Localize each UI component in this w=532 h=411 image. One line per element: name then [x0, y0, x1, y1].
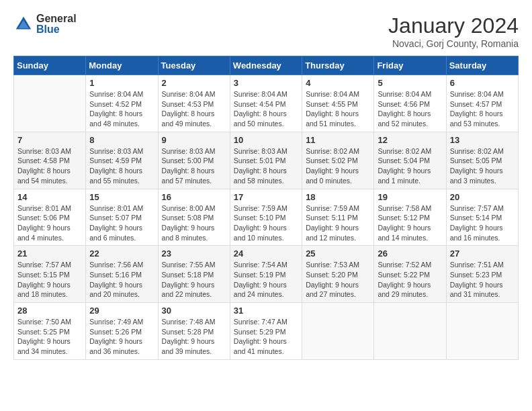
- day-number: 16: [162, 192, 226, 202]
- day-number: 30: [162, 306, 226, 316]
- calendar-cell: 26Sunrise: 7:52 AMSunset: 5:22 PMDayligh…: [374, 246, 446, 303]
- calendar-cell: [14, 75, 86, 132]
- weekday-header-saturday: Saturday: [446, 56, 518, 75]
- day-info: Sunrise: 7:52 AMSunset: 5:22 PMDaylight:…: [378, 260, 442, 300]
- title-block: January 2024 Novaci, Gorj County, Romani…: [388, 13, 519, 49]
- calendar-cell: [446, 303, 518, 360]
- day-number: 24: [234, 248, 298, 259]
- weekday-header-sunday: Sunday: [14, 56, 86, 75]
- calendar-cell: 15Sunrise: 8:01 AMSunset: 5:07 PMDayligh…: [86, 189, 158, 246]
- calendar-week-row: 28Sunrise: 7:50 AMSunset: 5:25 PMDayligh…: [14, 303, 519, 360]
- day-number: 14: [17, 192, 82, 202]
- day-info: Sunrise: 8:04 AMSunset: 4:57 PMDaylight:…: [450, 89, 515, 129]
- calendar-cell: 17Sunrise: 7:59 AMSunset: 5:10 PMDayligh…: [230, 189, 302, 246]
- day-info: Sunrise: 8:02 AMSunset: 5:02 PMDaylight:…: [306, 146, 370, 186]
- calendar-cell: 10Sunrise: 8:03 AMSunset: 5:01 PMDayligh…: [230, 132, 302, 189]
- weekday-header-row: SundayMondayTuesdayWednesdayThursdayFrid…: [14, 56, 519, 75]
- day-info: Sunrise: 8:01 AMSunset: 5:06 PMDaylight:…: [17, 203, 82, 243]
- calendar-cell: 7Sunrise: 8:03 AMSunset: 4:58 PMDaylight…: [14, 132, 86, 189]
- calendar-cell: 12Sunrise: 8:02 AMSunset: 5:04 PMDayligh…: [374, 132, 446, 189]
- day-number: 26: [378, 248, 442, 259]
- day-info: Sunrise: 7:47 AMSunset: 5:29 PMDaylight:…: [234, 317, 298, 357]
- day-info: Sunrise: 7:59 AMSunset: 5:11 PMDaylight:…: [306, 203, 370, 243]
- day-info: Sunrise: 8:04 AMSunset: 4:52 PMDaylight:…: [89, 89, 154, 129]
- calendar-cell: 5Sunrise: 8:04 AMSunset: 4:56 PMDaylight…: [374, 75, 446, 132]
- day-info: Sunrise: 8:03 AMSunset: 5:01 PMDaylight:…: [234, 146, 298, 186]
- day-number: 18: [306, 192, 370, 202]
- calendar-cell: [374, 303, 446, 360]
- day-number: 12: [378, 135, 442, 145]
- calendar-cell: 30Sunrise: 7:48 AMSunset: 5:28 PMDayligh…: [158, 303, 230, 360]
- logo-general-label: General: [36, 13, 77, 24]
- day-number: 25: [306, 248, 370, 259]
- weekday-header-monday: Monday: [86, 56, 158, 75]
- day-number: 4: [306, 78, 370, 88]
- calendar-cell: 24Sunrise: 7:54 AMSunset: 5:19 PMDayligh…: [230, 246, 302, 303]
- day-number: 13: [450, 135, 515, 145]
- calendar-cell: 18Sunrise: 7:59 AMSunset: 5:11 PMDayligh…: [302, 189, 374, 246]
- day-info: Sunrise: 8:03 AMSunset: 4:58 PMDaylight:…: [17, 146, 82, 186]
- day-number: 9: [162, 135, 226, 145]
- calendar-week-row: 21Sunrise: 7:57 AMSunset: 5:15 PMDayligh…: [14, 246, 519, 303]
- calendar-cell: 29Sunrise: 7:49 AMSunset: 5:26 PMDayligh…: [86, 303, 158, 360]
- day-number: 28: [17, 306, 82, 316]
- day-number: 29: [89, 306, 154, 316]
- calendar-cell: 6Sunrise: 8:04 AMSunset: 4:57 PMDaylight…: [446, 75, 518, 132]
- day-info: Sunrise: 7:56 AMSunset: 5:16 PMDaylight:…: [89, 260, 154, 300]
- calendar-week-row: 1Sunrise: 8:04 AMSunset: 4:52 PMDaylight…: [14, 75, 519, 132]
- logo: General Blue: [13, 13, 77, 35]
- day-info: Sunrise: 7:59 AMSunset: 5:10 PMDaylight:…: [234, 203, 298, 243]
- day-number: 22: [89, 248, 154, 259]
- calendar-cell: 19Sunrise: 7:58 AMSunset: 5:12 PMDayligh…: [374, 189, 446, 246]
- day-number: 23: [162, 248, 226, 259]
- day-info: Sunrise: 8:02 AMSunset: 5:05 PMDaylight:…: [450, 146, 515, 186]
- day-number: 5: [378, 78, 442, 88]
- day-number: 8: [89, 135, 154, 145]
- day-info: Sunrise: 7:51 AMSunset: 5:23 PMDaylight:…: [450, 260, 515, 300]
- day-info: Sunrise: 7:53 AMSunset: 5:20 PMDaylight:…: [306, 260, 370, 300]
- month-title: January 2024: [388, 13, 519, 38]
- calendar-cell: 23Sunrise: 7:55 AMSunset: 5:18 PMDayligh…: [158, 246, 230, 303]
- calendar-cell: 31Sunrise: 7:47 AMSunset: 5:29 PMDayligh…: [230, 303, 302, 360]
- weekday-header-tuesday: Tuesday: [158, 56, 230, 75]
- day-number: 21: [17, 248, 82, 259]
- day-number: 19: [378, 192, 442, 202]
- day-info: Sunrise: 7:50 AMSunset: 5:25 PMDaylight:…: [17, 317, 82, 357]
- calendar-cell: 2Sunrise: 8:04 AMSunset: 4:53 PMDaylight…: [158, 75, 230, 132]
- calendar-cell: 22Sunrise: 7:56 AMSunset: 5:16 PMDayligh…: [86, 246, 158, 303]
- day-number: 31: [234, 306, 298, 316]
- location-label: Novaci, Gorj County, Romania: [388, 38, 519, 49]
- calendar-table: SundayMondayTuesdayWednesdayThursdayFrid…: [13, 56, 519, 360]
- day-number: 11: [306, 135, 370, 145]
- calendar-cell: 1Sunrise: 8:04 AMSunset: 4:52 PMDaylight…: [86, 75, 158, 132]
- weekday-header-friday: Friday: [374, 56, 446, 75]
- day-number: 20: [450, 192, 515, 202]
- day-info: Sunrise: 8:01 AMSunset: 5:07 PMDaylight:…: [89, 203, 154, 243]
- day-info: Sunrise: 8:02 AMSunset: 5:04 PMDaylight:…: [378, 146, 442, 186]
- calendar-cell: 16Sunrise: 8:00 AMSunset: 5:08 PMDayligh…: [158, 189, 230, 246]
- day-info: Sunrise: 8:04 AMSunset: 4:54 PMDaylight:…: [234, 89, 298, 129]
- calendar-cell: 20Sunrise: 7:57 AMSunset: 5:14 PMDayligh…: [446, 189, 518, 246]
- page-header: General Blue January 2024 Novaci, Gorj C…: [13, 13, 519, 49]
- weekday-header-wednesday: Wednesday: [230, 56, 302, 75]
- day-number: 2: [162, 78, 226, 88]
- day-info: Sunrise: 7:55 AMSunset: 5:18 PMDaylight:…: [162, 260, 226, 300]
- day-info: Sunrise: 8:04 AMSunset: 4:56 PMDaylight:…: [378, 89, 442, 129]
- day-info: Sunrise: 7:49 AMSunset: 5:26 PMDaylight:…: [89, 317, 154, 357]
- calendar-cell: [302, 303, 374, 360]
- logo-icon: [13, 14, 34, 34]
- calendar-cell: 27Sunrise: 7:51 AMSunset: 5:23 PMDayligh…: [446, 246, 518, 303]
- day-info: Sunrise: 7:58 AMSunset: 5:12 PMDaylight:…: [378, 203, 442, 243]
- day-info: Sunrise: 8:03 AMSunset: 4:59 PMDaylight:…: [89, 146, 154, 186]
- calendar-cell: 9Sunrise: 8:03 AMSunset: 5:00 PMDaylight…: [158, 132, 230, 189]
- calendar-cell: 3Sunrise: 8:04 AMSunset: 4:54 PMDaylight…: [230, 75, 302, 132]
- day-info: Sunrise: 7:48 AMSunset: 5:28 PMDaylight:…: [162, 317, 226, 357]
- calendar-cell: 21Sunrise: 7:57 AMSunset: 5:15 PMDayligh…: [14, 246, 86, 303]
- day-number: 6: [450, 78, 515, 88]
- day-info: Sunrise: 8:04 AMSunset: 4:53 PMDaylight:…: [162, 89, 226, 129]
- day-number: 15: [89, 192, 154, 202]
- day-info: Sunrise: 8:04 AMSunset: 4:55 PMDaylight:…: [306, 89, 370, 129]
- calendar-cell: 4Sunrise: 8:04 AMSunset: 4:55 PMDaylight…: [302, 75, 374, 132]
- calendar-week-row: 7Sunrise: 8:03 AMSunset: 4:58 PMDaylight…: [14, 132, 519, 189]
- calendar-cell: 11Sunrise: 8:02 AMSunset: 5:02 PMDayligh…: [302, 132, 374, 189]
